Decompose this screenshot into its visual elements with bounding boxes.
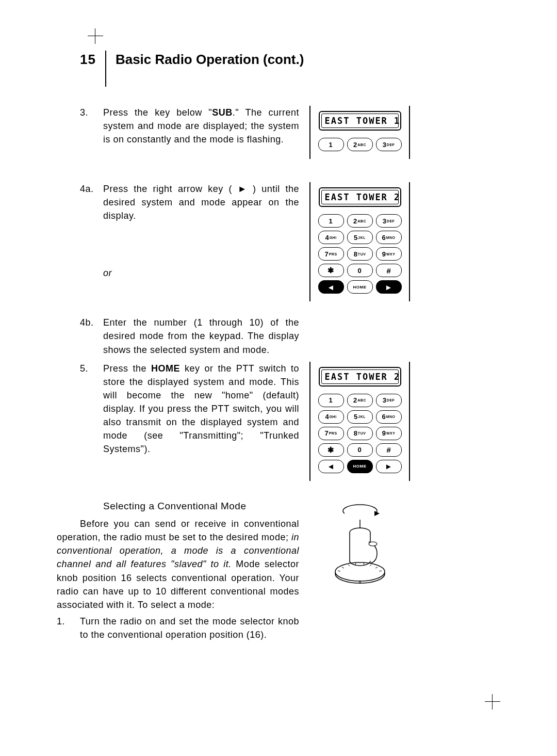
key-6: 6MNO xyxy=(376,231,402,244)
key-right-arrow: ► xyxy=(376,460,402,473)
row-section-2: Selecting a Conventional Mode Before you… xyxy=(80,499,482,641)
key-5: 5JKL xyxy=(347,410,373,424)
key-left-arrow: ◄ xyxy=(318,280,344,294)
key-home: HOME xyxy=(347,460,373,473)
lcd-text: EAST TOWER 2 xyxy=(321,369,399,384)
key-6: 6MNO xyxy=(376,410,402,424)
knob-icon xyxy=(321,502,399,589)
key-9: 9WXY xyxy=(376,247,402,261)
lcd-text: EAST TOWER 2 xyxy=(321,190,399,204)
page-content: 3. Press the key below "SUB." The curren… xyxy=(80,106,482,641)
key-star: ✱ xyxy=(318,264,344,277)
radio-diagram-1: EAST TOWER 1 1 2ABC 3DEF xyxy=(309,106,410,159)
key-0: 0 xyxy=(347,443,373,457)
page-header: 15 Basic Radio Operation (cont.) xyxy=(80,52,304,87)
right-arrow-icon: ► xyxy=(385,283,392,292)
key-left-arrow: ◄ xyxy=(318,460,344,473)
step-index: 4b. xyxy=(80,316,103,356)
key-3: 3DEF xyxy=(376,214,402,228)
right-arrow-icon: ► xyxy=(385,462,392,471)
key-0: 0 xyxy=(347,264,373,277)
svg-point-2 xyxy=(369,542,377,546)
or-separator: or xyxy=(103,266,299,280)
lcd-frame: EAST TOWER 2 xyxy=(319,187,401,207)
radio-diagram-3: EAST TOWER 2 1 2ABC 3DEF 4GHI 5JKL 6MNO xyxy=(309,362,410,481)
radio-diagram-2: EAST TOWER 2 1 2ABC 3DEF 4GHI 5JKL 6MNO xyxy=(309,182,410,301)
page: 15 Basic Radio Operation (cont.) 3. Pres… xyxy=(0,0,557,756)
key-1: 1 xyxy=(318,214,344,228)
step-4a: 4a. Press the right arrow key ( ► ) unti… xyxy=(80,182,299,222)
crop-mark-tl xyxy=(88,28,103,44)
lcd-frame: EAST TOWER 1 xyxy=(319,111,401,131)
step-index: 5. xyxy=(80,362,103,456)
lcd-frame: EAST TOWER 2 xyxy=(319,367,401,387)
step-1-conv: 1. Turn the radio on and set the mode se… xyxy=(57,615,299,641)
key-right-arrow: ► xyxy=(376,280,402,294)
row-step-5: 5. Press the HOME key or the PTT switch … xyxy=(80,362,482,486)
key-1: 1 xyxy=(318,394,344,407)
key-9: 9WXY xyxy=(376,427,402,440)
paragraph: Before you can send or receive in conven… xyxy=(57,517,299,612)
key-hash: # xyxy=(376,443,402,457)
step-body: Enter the number (1 through 10) of the d… xyxy=(103,316,299,356)
step-index: 4a. xyxy=(80,182,103,222)
page-number: 15 xyxy=(80,52,105,68)
key-4: 4GHI xyxy=(318,231,344,244)
step-5: 5. Press the HOME key or the PTT switch … xyxy=(80,362,299,456)
left-arrow-icon: ◄ xyxy=(327,462,335,471)
keypad-partial: 1 2ABC 3DEF xyxy=(316,138,404,151)
key-3: 3DEF xyxy=(376,138,402,151)
key-2: 2ABC xyxy=(347,214,373,228)
key-1: 1 xyxy=(318,138,344,151)
keypad-full: 1 2ABC 3DEF 4GHI 5JKL 6MNO 7PRS 8TUV xyxy=(316,214,404,294)
key-4: 4GHI xyxy=(318,410,344,424)
step-4b: 4b. Enter the number (1 through 10) of t… xyxy=(80,316,299,356)
step-body: Press the HOME key or the PTT switch to … xyxy=(103,362,299,456)
subheading: Selecting a Conventional Mode xyxy=(103,499,299,513)
key-home: HOME xyxy=(347,280,373,294)
step-body: Press the right arrow key ( ► ) until th… xyxy=(103,182,299,222)
mode-selector-knob-diagram xyxy=(309,499,410,592)
keypad-full: 1 2ABC 3DEF 4GHI 5JKL 6MNO 7PRS 8TUV xyxy=(316,394,404,473)
key-7: 7PRS xyxy=(318,247,344,261)
step-index: 3. xyxy=(80,106,103,146)
left-arrow-icon: ◄ xyxy=(327,283,335,292)
page-title: Basic Radio Operation (cont.) xyxy=(106,52,304,68)
lcd-text: EAST TOWER 1 xyxy=(321,114,399,128)
key-8: 8TUV xyxy=(347,427,373,440)
crop-mark-br xyxy=(485,694,500,710)
step-3: 3. Press the key below "SUB." The curren… xyxy=(80,106,299,146)
key-star: ✱ xyxy=(318,443,344,457)
row-step-4a: 4a. Press the right arrow key ( ► ) unti… xyxy=(80,182,482,357)
row-step-3: 3. Press the key below "SUB." The curren… xyxy=(80,106,482,164)
key-hash: # xyxy=(376,264,402,277)
step-body: Press the key below "SUB." The current s… xyxy=(103,106,299,146)
step-index: 1. xyxy=(57,615,80,641)
key-2: 2ABC xyxy=(347,394,373,407)
key-7: 7PRS xyxy=(318,427,344,440)
key-5: 5JKL xyxy=(347,231,373,244)
step-body: Turn the radio on and set the mode selec… xyxy=(80,615,299,641)
key-2: 2ABC xyxy=(347,138,373,151)
key-8: 8TUV xyxy=(347,247,373,261)
key-3: 3DEF xyxy=(376,394,402,407)
